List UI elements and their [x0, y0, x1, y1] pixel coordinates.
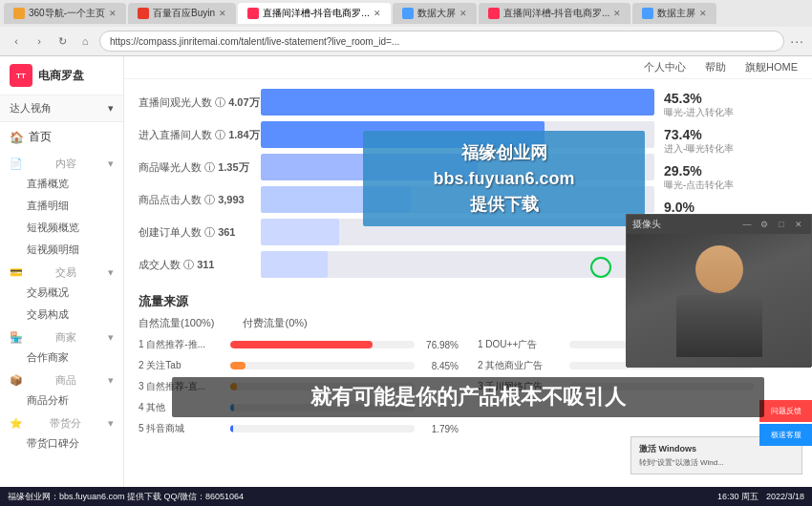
sidebar-section-content: 📄 内容 ▾ — [0, 152, 123, 173]
traffic-natural-item-1: 2 关注Tab 8.45% — [139, 359, 459, 372]
tab-data-main[interactable]: 数据主屏 ✕ — [632, 3, 716, 24]
funnel-label-5: 成交人数 ⓘ 311 — [139, 258, 253, 272]
sidebar-section-trade: 💳 交易 ▾ — [0, 261, 123, 282]
app-name: 电商罗盘 — [38, 68, 84, 84]
camera-close-button[interactable]: ✕ — [792, 218, 805, 231]
person-body — [676, 295, 762, 357]
traffic-natural-item-0: 1 自然推荐-推... 76.98% — [139, 338, 459, 351]
funnel-bar-4 — [261, 219, 339, 245]
sidebar-item-home[interactable]: 🏠 首页 — [0, 122, 123, 152]
camera-settings-button[interactable]: ⚙ — [758, 218, 771, 231]
tab-favicon — [247, 8, 259, 19]
content-area: 个人中心 帮助 旗舰HOME 直播间观光人数 ⓘ 4.07万 进入直播间人数 ⓘ… — [124, 56, 812, 494]
tab-live2[interactable]: 直播间洋槽-抖音电商罗... ✕ — [479, 3, 631, 24]
tab-favicon — [642, 8, 653, 19]
camera-maximize-button[interactable]: □ — [775, 218, 788, 231]
traffic-bar-wrap-4 — [230, 425, 415, 432]
feedback-button[interactable]: 问题反馈 — [759, 400, 812, 422]
funnel-label-3: 商品点击人数 ⓘ 3,993 — [139, 193, 253, 207]
sidebar-item-score-detail[interactable]: 带货口碑分 — [0, 432, 123, 454]
tab-data-screen[interactable]: 数据大屏 ✕ — [393, 3, 477, 24]
taskbar-date: 2022/3/18 — [766, 492, 804, 501]
funnel-label-0: 直播间观光人数 ⓘ 4.07万 — [139, 95, 253, 110]
traffic-bar-0 — [230, 341, 373, 348]
tab-favicon — [402, 8, 414, 19]
funnel-row-0: 直播间观光人数 ⓘ 4.07万 — [139, 89, 654, 116]
windows-activation-line2: 转到"设置"以激活 Wind... — [639, 457, 794, 468]
traffic-bar-4 — [230, 425, 233, 432]
sidebar-item-product-analysis[interactable]: 商品分析 — [0, 390, 123, 411]
sidebar-item-trade-structure[interactable]: 交易构成 — [0, 304, 123, 326]
taskbar: 福缘创业网：bbs.fuyuan6.com 提供下载 QQ/微信：8605106… — [0, 487, 812, 506]
url-input[interactable]: https://compass.jinritemai.com/talent/li… — [99, 31, 784, 52]
top-header: 个人中心 帮助 旗舰HOME — [124, 56, 812, 79]
browser-menu[interactable]: ··· — [790, 33, 804, 49]
subtitle-text: 就有可能是你的产品根本不吸引人 — [182, 383, 755, 411]
sidebar: TT 电商罗盘 达人视角 ▾ 🏠 首页 📄 内容 ▾ 直播概览 直播明细 短视频… — [0, 56, 124, 494]
person-head — [695, 245, 743, 293]
watermark-overlay: 福缘创业网 bbs.fuyuan6.com 提供下载 — [363, 131, 645, 226]
traffic-type-natural: 自然流量(100%) — [139, 316, 214, 330]
tab-buyin[interactable]: 百量百应Buyin ✕ — [128, 3, 236, 24]
watermark-line1: 福缘创业网 — [461, 140, 547, 166]
funnel-bar-5 — [261, 251, 328, 278]
sidebar-section-score: ⭐ 带货分 ▾ — [0, 411, 123, 432]
funnel-row-5: 成交人数 ⓘ 311 — [139, 251, 654, 278]
sidebar-item-short-overview[interactable]: 短视频概览 — [0, 217, 123, 239]
funnel-label-2: 商品曝光人数 ⓘ 1.35万 — [139, 160, 253, 175]
sidebar-section-product: 📦 商品 ▾ — [0, 369, 123, 390]
sidebar-item-live-overview[interactable]: 直播概览 — [0, 173, 123, 195]
funnel-bar-wrap-5 — [261, 251, 654, 278]
camera-overlay: 摄像头 — ⚙ □ ✕ — [626, 214, 812, 367]
funnel-bar-0 — [261, 89, 654, 116]
camera-minimize-button[interactable]: — — [740, 218, 754, 231]
refresh-button[interactable]: ↻ — [53, 32, 71, 50]
person-figure — [676, 245, 762, 357]
tab-360[interactable]: 360导航-一个主页 ✕ — [4, 3, 126, 24]
browser-chrome: 360导航-一个主页 ✕ 百量百应Buyin ✕ 直播间洋槽-抖音电商罗... … — [0, 0, 812, 56]
header-help[interactable]: 帮助 — [705, 60, 726, 74]
tab-favicon — [488, 8, 500, 19]
home-button[interactable]: ⌂ — [76, 32, 94, 50]
funnel-label-1: 进入直播间人数 ⓘ 1.84万 — [139, 128, 253, 142]
header-personal-center[interactable]: 个人中心 — [644, 60, 686, 74]
stat-row-2: 29.5% 曝光-点击转化率 — [664, 163, 798, 192]
header-flagship[interactable]: 旗舰HOME — [745, 60, 798, 74]
sidebar-item-short-detail[interactable]: 短视频明细 — [0, 239, 123, 261]
sidebar-role-selector[interactable]: 达人视角 ▾ — [0, 95, 123, 122]
traffic-bar-1 — [230, 362, 246, 369]
sidebar-item-partner-merchant[interactable]: 合作商家 — [0, 347, 123, 369]
funnel-label-4: 创建订单人数 ⓘ 361 — [139, 225, 253, 240]
sidebar-item-live-detail[interactable]: 直播明细 — [0, 195, 123, 217]
sidebar-logo: TT 电商罗盘 — [0, 56, 123, 95]
app-logo-icon: TT — [10, 64, 32, 87]
funnel-bar-wrap-0 — [261, 89, 654, 116]
camera-video — [627, 234, 811, 368]
watermark-line3: 提供下载 — [470, 192, 539, 218]
home-icon: 🏠 — [10, 131, 23, 144]
traffic-bar-wrap-0 — [230, 341, 415, 348]
taskbar-time: 16:30 周五 — [717, 491, 759, 503]
side-buttons: 问题反馈 极速客服 — [759, 400, 812, 446]
main-layout: TT 电商罗盘 达人视角 ▾ 🏠 首页 📄 内容 ▾ 直播概览 直播明细 短视频… — [0, 56, 812, 494]
traffic-type-paid: 付费流量(0%) — [243, 316, 307, 330]
traffic-natural-item-4: 5 抖音商城 1.79% — [139, 422, 459, 435]
sidebar-item-trade-overview[interactable]: 交易概况 — [0, 282, 123, 304]
address-bar: ‹ › ↻ ⌂ https://compass.jinritemai.com/t… — [0, 27, 812, 55]
stat-row-0: 45.3% 曝光-进入转化率 — [664, 91, 798, 119]
taskbar-right: 16:30 周五 2022/3/18 — [717, 491, 804, 503]
watermark-line2: bbs.fuyuan6.com — [433, 166, 574, 192]
tab-live[interactable]: 直播间洋槽-抖音电商罗... ✕ — [238, 3, 391, 24]
customer-service-button[interactable]: 极速客服 — [759, 424, 812, 446]
sidebar-section-merchant: 🏪 商家 ▾ — [0, 326, 123, 347]
tab-bar: 360导航-一个主页 ✕ 百量百应Buyin ✕ 直播间洋槽-抖音电商罗... … — [0, 0, 812, 27]
taskbar-text: 福缘创业网：bbs.fuyuan6.com 提供下载 QQ/微信：8605106… — [8, 491, 244, 503]
tab-favicon — [13, 8, 25, 19]
camera-title: 摄像头 — [632, 218, 737, 231]
forward-button[interactable]: › — [31, 32, 48, 50]
traffic-bar-wrap-1 — [230, 362, 415, 369]
stat-row-1: 73.4% 进入-曝光转化率 — [664, 127, 798, 156]
subtitle-overlay: 就有可能是你的产品根本不吸引人 — [172, 377, 764, 417]
tab-favicon — [138, 8, 149, 19]
back-button[interactable]: ‹ — [8, 32, 25, 50]
